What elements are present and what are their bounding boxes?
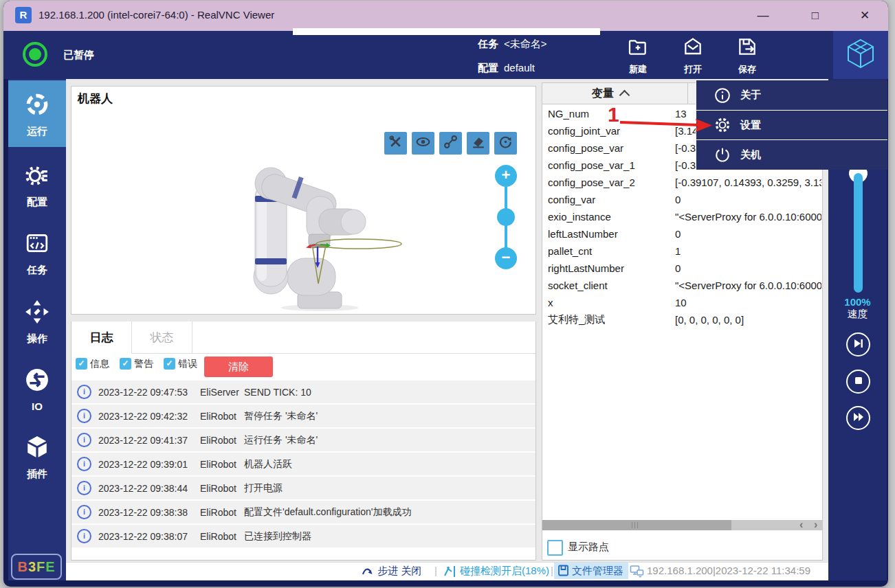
table-row[interactable]: x10: [542, 294, 821, 311]
app-menu-button[interactable]: [833, 31, 888, 79]
annotation-arrow: [617, 115, 715, 133]
log-row: i 2023-12-22 09:42:32EliRobot暂停任务 '未命名': [71, 405, 535, 427]
table-row[interactable]: config_var0: [542, 191, 821, 208]
info-icon: i: [77, 409, 91, 423]
screen: R 192.168.1.200 (intel-corei7-64:0) - Re…: [0, 0, 895, 588]
system-dropdown-menu: 关于 设置 关机: [696, 80, 887, 170]
speed-slider-track[interactable]: [854, 173, 863, 293]
robot-arm-render: [172, 167, 409, 315]
file-manager-button[interactable]: 文件管理器: [572, 565, 623, 578]
zoom-in-button[interactable]: +: [495, 165, 517, 187]
step-mode-icon: [362, 565, 375, 580]
error-filter-checkbox[interactable]: ✓: [164, 358, 175, 370]
step-run-button[interactable]: [846, 332, 870, 357]
minimize-button[interactable]: —: [747, 5, 779, 26]
sidebar-item-io[interactable]: IO: [8, 368, 66, 412]
config-icon: [25, 163, 49, 190]
tools-icon: [388, 135, 403, 152]
maximize-button[interactable]: □: [799, 5, 831, 26]
trajectory-button[interactable]: [439, 132, 462, 155]
sidebar-item-operate[interactable]: 操作: [8, 299, 66, 346]
save-button[interactable]: 保存: [722, 36, 772, 77]
sidebar-item-task[interactable]: 任务: [8, 231, 66, 277]
zoom-out-button[interactable]: −: [495, 247, 517, 269]
variables-header-label: 变量: [592, 87, 614, 101]
connection-address: 192.168.1.200|2023-12-22 11:34:59: [647, 565, 810, 576]
scrollbar-thumb[interactable]: [542, 520, 731, 530]
save-icon: [736, 36, 758, 60]
tab-log[interactable]: 日志: [71, 321, 132, 354]
sidebar-item-run[interactable]: 运行: [8, 92, 66, 138]
fast-forward-button[interactable]: [846, 406, 870, 430]
table-row[interactable]: 艾利特_测试[0, 0, 0, 0, 0, 0]: [542, 311, 821, 328]
task-icon: [25, 231, 49, 258]
tools-button[interactable]: [384, 132, 407, 155]
sidebar-item-config[interactable]: 配置: [8, 163, 66, 209]
erase-button[interactable]: [467, 132, 489, 155]
close-button[interactable]: ✕: [849, 5, 881, 26]
table-row[interactable]: rightLastNumber0: [542, 260, 821, 277]
new-button[interactable]: 新建: [613, 36, 663, 77]
power-icon: [714, 146, 731, 163]
table-row[interactable]: config_pose_var_2[-0.39107, 0.14393, 0.3…: [542, 174, 821, 191]
log-row: i 2023-12-22 09:38:38EliRobot配置文件'defaul…: [71, 501, 535, 523]
window-title: 192.168.1.200 (intel-corei7-64:0) - Real…: [38, 9, 274, 21]
info-filter-label: 信息: [90, 358, 109, 370]
horizontal-scrollbar[interactable]: [542, 520, 822, 530]
info-icon: i: [77, 529, 91, 543]
show-waypoints-checkbox[interactable]: [547, 540, 563, 556]
speed-label: 速度: [828, 308, 887, 321]
open-button[interactable]: 打开: [668, 36, 718, 77]
realvnc-logo-icon: R: [15, 7, 32, 23]
clear-log-button[interactable]: 清除: [204, 357, 273, 377]
zoom-slider-thumb[interactable]: [497, 208, 515, 226]
task-label: 任务: [478, 38, 498, 51]
eye-icon: [416, 135, 430, 152]
io-icon: [25, 368, 49, 395]
warning-filter-checkbox[interactable]: ✓: [120, 358, 131, 370]
log-row: i 2023-12-22 09:47:53EliServerSEND TICK:…: [71, 381, 535, 403]
table-row[interactable]: pallet_cnt1: [542, 242, 821, 260]
robot-panel-title: 机器人: [78, 91, 113, 106]
move-icon: [25, 299, 49, 327]
step-mode-toggle[interactable]: 步进 关闭: [377, 565, 421, 578]
task-value: <未命名>: [504, 38, 547, 51]
table-row[interactable]: socket_client"<ServerProxy for 6.0.0.10:…: [542, 277, 821, 294]
skip-icon: [852, 337, 865, 352]
config-label: 配置: [478, 62, 498, 75]
elite-logo-icon: [845, 38, 876, 72]
collision-detection-toggle[interactable]: 碰撞检测开启(18%): [460, 565, 549, 578]
version-badge: B3FE: [11, 554, 62, 580]
gear-icon: [714, 117, 731, 133]
menu-item-about[interactable]: 关于: [696, 80, 887, 110]
scroll-right-button[interactable]: ›: [814, 519, 817, 531]
error-filter-label: 错误: [178, 358, 197, 370]
path-icon: [443, 135, 458, 152]
reset-view-button[interactable]: [494, 132, 517, 155]
eraser-icon: [471, 135, 485, 152]
table-row[interactable]: exio_instance"<ServerProxy for 6.0.0.10:…: [542, 208, 821, 225]
open-file-icon: [682, 36, 704, 60]
collision-icon: [443, 564, 458, 581]
visibility-button[interactable]: [412, 132, 434, 155]
info-icon: i: [77, 385, 91, 399]
robot-status-dot: [29, 48, 41, 60]
sidebar-item-plugin[interactable]: 插件: [8, 435, 66, 481]
network-icon: [630, 564, 644, 581]
log-row: i 2023-12-22 09:38:07EliRobot已连接到控制器: [71, 525, 535, 547]
info-filter-checkbox[interactable]: ✓: [76, 358, 87, 370]
menu-item-shutdown[interactable]: 关机: [696, 139, 887, 169]
column-divider: [687, 82, 688, 104]
vnc-toolbar-strip[interactable]: [293, 28, 600, 35]
scroll-left-button[interactable]: ‹: [799, 519, 803, 531]
table-row[interactable]: leftLastNumber0: [542, 225, 821, 242]
tab-status[interactable]: 状态: [132, 321, 192, 353]
speed-percent: 100%: [828, 296, 887, 308]
info-icon: i: [77, 505, 91, 519]
info-icon: [714, 87, 731, 104]
separator: |: [551, 565, 553, 576]
robot-status-text: 已暂停: [63, 49, 94, 62]
stop-button[interactable]: [846, 370, 870, 394]
log-row: i 2023-12-22 09:41:37EliRobot运行任务 '未命名': [71, 429, 535, 451]
menu-item-settings[interactable]: 设置: [696, 110, 887, 139]
